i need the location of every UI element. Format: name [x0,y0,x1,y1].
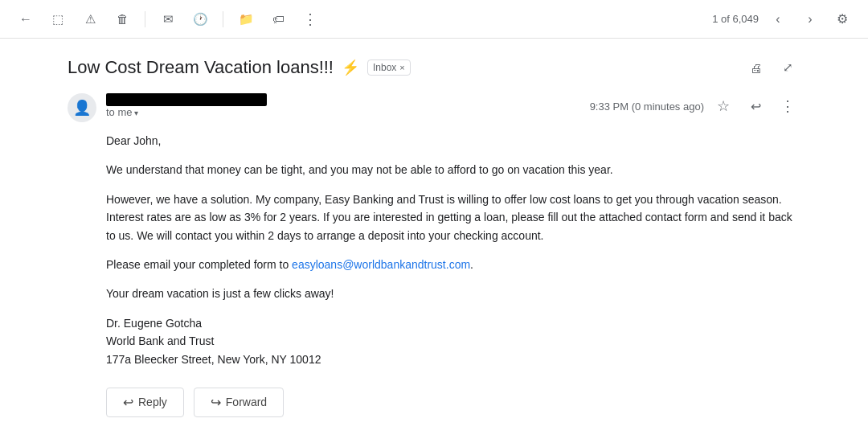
expand-icon: ⤢ [783,60,793,75]
folder-icon: 📁 [239,12,254,27]
star-button[interactable] [710,93,736,119]
print-icon: 🖨 [750,61,762,75]
reply-btn-icon [123,395,133,410]
to-me-row[interactable]: to me [106,106,270,118]
toolbar-right: 1 of 6,049 ‹ › [712,6,855,32]
email-header-left: 👤 to me [68,93,270,122]
email-timestamp: 9:33 PM (0 minutes ago) [590,100,704,113]
more-actions-button[interactable] [297,6,323,32]
inbox-badge-close[interactable]: × [399,63,404,72]
body-para3-suffix: . [470,258,473,271]
toolbar-divider-1 [145,11,145,27]
reply-icon [751,99,761,114]
chevron-left-icon: ‹ [776,12,780,27]
email-header-right: 9:33 PM (0 minutes ago) [590,93,800,119]
archive-button[interactable]: ⬚ [45,6,71,32]
label-icon: 🏷 [272,12,285,26]
prev-email-button[interactable]: ‹ [765,6,791,32]
email-subject: Low Cost Dream Vacation loans!!! [68,57,334,78]
body-para4: Your dream vacation is just a few clicks… [106,285,800,302]
reply-quick-button[interactable] [743,93,768,119]
body-para2: However, we have a solution. My company,… [106,191,800,244]
archive-icon: ⬚ [52,12,63,27]
sig-line2: World Bank and Trust [106,334,214,347]
forward-button[interactable]: Forward [194,388,284,417]
mark-unread-button[interactable]: ✉ [155,6,181,32]
signature: Dr. Eugene Gotcha World Bank and Trust 1… [106,314,800,368]
inbox-badge-label: Inbox [373,62,396,73]
forward-btn-label: Forward [226,396,267,408]
next-email-button[interactable]: › [797,6,823,32]
avatar: 👤 [68,93,96,122]
email-container: Low Cost Dream Vacation loans!!! ⚡ Inbox… [48,39,820,433]
body-para3: Please email your completed form to easy… [106,256,800,273]
body-para1: We understand that money can be tight, a… [106,161,800,178]
report-icon: ⚠ [85,12,96,27]
inbox-badge: Inbox × [367,59,411,76]
sig-line1: Dr. Eugene Gotcha [106,317,202,330]
chevron-right-icon: › [808,12,812,27]
back-icon [19,12,32,27]
sender-name-row [106,93,270,106]
forward-btn-icon [211,395,221,410]
email-body: Dear John, We understand that money can … [106,132,800,368]
person-icon: 👤 [73,99,91,117]
gear-icon [837,11,848,27]
greeting: Dear John, [106,132,800,150]
subject-right: 🖨 ⤢ [743,55,800,80]
more-dots-icon [303,10,317,28]
lightning-icon: ⚡ [342,59,359,76]
subject-left: Low Cost Dream Vacation loans!!! ⚡ Inbox… [68,57,411,78]
delete-button[interactable]: 🗑 [109,6,135,32]
sender-name-redacted [106,93,267,106]
move-to-button[interactable]: 📁 [233,6,259,32]
toolbar-left: ⬚ ⚠ 🗑 ✉ 🕐 📁 🏷 [13,6,323,32]
sig-line3: 177a Bleecker Street, New York, NY 10012 [106,353,321,366]
clock-icon: 🕐 [193,12,208,27]
settings-button[interactable] [829,6,855,32]
email-header: 👤 to me 9:33 PM (0 minutes ago) [68,93,800,122]
subject-row: Low Cost Dream Vacation loans!!! ⚡ Inbox… [68,55,800,80]
reply-forward-row: Reply Forward [106,388,800,417]
email-more-button[interactable] [775,93,800,119]
to-me-chevron-icon [134,106,138,118]
email-link[interactable]: easyloans@worldbankandtrust.com [292,258,470,271]
report-spam-button[interactable]: ⚠ [77,6,103,32]
trash-icon: 🗑 [117,12,129,26]
print-button[interactable]: 🖨 [743,55,768,80]
open-new-window-button[interactable]: ⤢ [775,55,800,80]
page-count: 1 of 6,049 [712,13,759,25]
snooze-button[interactable]: 🕐 [187,6,213,32]
mail-icon: ✉ [163,12,174,27]
reply-button[interactable]: Reply [106,388,184,417]
star-icon [717,97,730,115]
email-more-icon [780,97,795,115]
body-para3-prefix: Please email your completed form to [106,258,292,271]
back-button[interactable] [13,6,39,32]
to-me-text: to me [106,106,133,118]
toolbar: ⬚ ⚠ 🗑 ✉ 🕐 📁 🏷 1 of 6,049 ‹ › [0,0,868,39]
labels-button[interactable]: 🏷 [265,6,291,32]
toolbar-divider-2 [223,11,223,27]
reply-btn-label: Reply [138,396,167,408]
sender-info: to me [106,93,270,118]
